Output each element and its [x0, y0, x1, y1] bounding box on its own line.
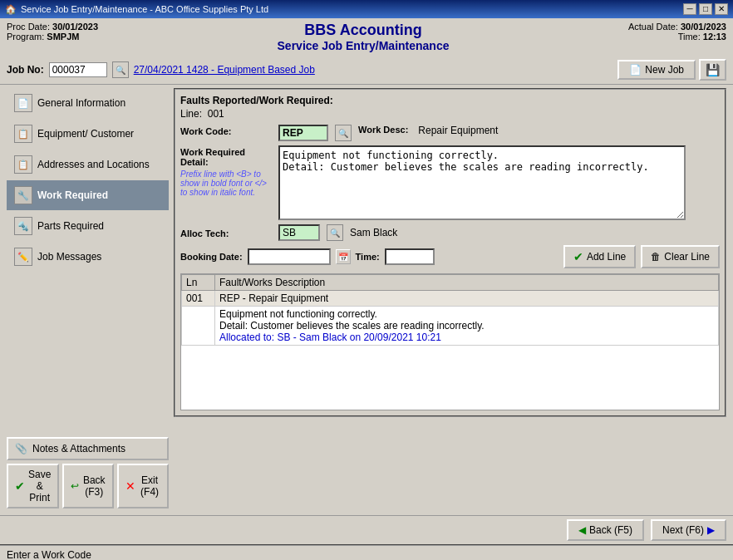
- table-row[interactable]: 001 REP - Repair Equipment: [182, 291, 719, 307]
- work-code-search-button[interactable]: 🔍: [335, 125, 352, 141]
- back-f5-label: Back (F5): [589, 524, 632, 536]
- calendar-button[interactable]: 📅: [336, 249, 351, 264]
- general-icon: 📄: [14, 94, 32, 112]
- work-required-hint: Prefix line with <B> to show in bold fon…: [180, 169, 272, 197]
- sidebar-label-equipment: Equipment/ Customer: [37, 128, 134, 140]
- company-name: BBS Accounting: [278, 22, 450, 39]
- header-center: BBS Accounting Service Job Entry/Mainten…: [278, 22, 450, 52]
- actual-date-value: 30/01/2023: [681, 22, 726, 32]
- back-icon: ↩: [71, 480, 79, 492]
- work-icon: 🔧: [14, 186, 32, 204]
- save-print-icon: ✔: [15, 479, 25, 493]
- clear-line-label: Clear Line: [664, 251, 710, 263]
- time-label: Time:: [678, 32, 701, 42]
- sidebar-item-general[interactable]: 📄 General Information: [7, 88, 169, 118]
- back-f5-icon: ◀: [578, 524, 586, 536]
- close-button[interactable]: ✕: [715, 3, 728, 15]
- save-print-label: Save &Print: [28, 469, 51, 504]
- work-desc-label: Work Desc:: [358, 125, 408, 135]
- status-message: Enter a Work Code: [7, 549, 91, 560]
- line-info: Line: 001: [180, 108, 720, 120]
- add-line-label: Add Line: [587, 251, 626, 263]
- sidebar-item-work[interactable]: 🔧 Work Required: [7, 180, 169, 210]
- col-desc: Fault/Works Description: [215, 275, 719, 291]
- faults-section: Faults Reported/Work Required: Line: 001…: [174, 88, 726, 417]
- save-button[interactable]: 💾: [699, 59, 726, 81]
- app-subtitle: Service Job Entry/Maintenance: [278, 39, 450, 52]
- row-desc: - Repair Equipment: [243, 292, 328, 304]
- time-input[interactable]: [385, 248, 435, 265]
- sidebar-item-messages[interactable]: ✏️ Job Messages: [7, 242, 169, 272]
- new-job-icon: 📄: [629, 64, 642, 76]
- notes-icon: 📎: [15, 443, 27, 454]
- sidebar-bottom: 📎 Notes & Attachments ✔ Save &Print ↩ Ba…: [7, 434, 169, 512]
- detail-line1: Equipment not functioning correctly.: [219, 308, 714, 320]
- sidebar: 📄 General Information 📋 Equipment/ Custo…: [7, 88, 169, 512]
- alloc-tech-input[interactable]: [278, 224, 320, 241]
- row-ln: 001: [182, 291, 215, 307]
- proc-date-value: 30/01/2023: [52, 22, 98, 32]
- minimize-button[interactable]: ─: [683, 3, 696, 15]
- proc-date-row: Proc Date: 30/01/2023: [7, 22, 98, 32]
- save-print-button[interactable]: ✔ Save &Print: [7, 464, 59, 508]
- addresses-icon: 📋: [14, 155, 32, 174]
- actual-date-row: Actual Date: 30/01/2023: [628, 22, 726, 32]
- exit-f4-button[interactable]: ✕ Exit (F4): [117, 464, 169, 508]
- jobno-bar: Job No: 🔍 27/04/2021 1428 - Equipment Ba…: [0, 56, 733, 85]
- maximize-button[interactable]: □: [699, 3, 712, 15]
- time-value: 12:13: [703, 32, 726, 42]
- header-right: Actual Date: 30/01/2023 Time: 12:13: [628, 22, 726, 42]
- back-f3-button[interactable]: ↩ Back (F3): [62, 464, 114, 508]
- table-detail-row: Equipment not functioning correctly. Det…: [182, 307, 719, 346]
- work-required-label: Work RequiredDetail:: [180, 145, 272, 167]
- new-job-button[interactable]: 📄 New Job: [617, 60, 696, 80]
- jobno-label: Job No:: [7, 64, 44, 76]
- program-label: Program:: [7, 32, 44, 42]
- line-number: 001: [208, 108, 224, 120]
- next-f6-icon: ▶: [707, 524, 715, 536]
- col-ln: Ln: [182, 275, 215, 291]
- next-f6-button[interactable]: Next (F6) ▶: [651, 519, 726, 541]
- work-required-row: Work RequiredDetail: Prefix line with <B…: [180, 145, 720, 220]
- work-code-row: Work Code: 🔍 Work Desc: Repair Equipment: [180, 125, 720, 141]
- sidebar-label-general: General Information: [37, 97, 125, 109]
- booking-date-input[interactable]: [248, 248, 331, 265]
- exit-icon: ✕: [125, 479, 135, 493]
- messages-icon: ✏️: [14, 248, 32, 266]
- sidebar-label-messages: Job Messages: [37, 251, 101, 263]
- alloc-search-button[interactable]: 🔍: [327, 224, 343, 241]
- program-row: Program: SMPJM: [7, 32, 98, 42]
- sidebar-item-parts[interactable]: 🔩 Parts Required: [7, 211, 169, 241]
- job-link[interactable]: 27/04/2021 1428 - Equipment Based Job: [134, 64, 315, 76]
- actual-date-label: Actual Date:: [628, 22, 678, 32]
- jobno-input[interactable]: [49, 62, 107, 77]
- sidebar-item-addresses[interactable]: 📋 Addresses and Locations: [7, 150, 169, 179]
- parts-icon: 🔩: [14, 217, 32, 235]
- lines-table-container: Ln Fault/Works Description 001 REP - Rep…: [180, 273, 720, 410]
- clear-line-button[interactable]: 🗑 Clear Line: [641, 245, 720, 268]
- sidebar-item-equipment[interactable]: 📋 Equipment/ Customer: [7, 119, 169, 149]
- title-bar-left: 🏠 Service Job Entry/Maintenance - ABC Of…: [5, 4, 268, 15]
- work-code-label: Work Code:: [180, 125, 272, 136]
- sidebar-label-parts: Parts Required: [37, 220, 104, 232]
- back-f5-button[interactable]: ◀ Back (F5): [567, 519, 644, 541]
- clear-line-icon: 🗑: [651, 251, 661, 263]
- work-required-textarea[interactable]: Equipment not functioning correctly. Det…: [278, 145, 686, 220]
- jobno-search-button[interactable]: 🔍: [112, 61, 129, 78]
- time-field-label: Time:: [356, 252, 380, 262]
- proc-date-label: Proc Date:: [7, 22, 50, 32]
- exit-f4-label: Exit (F4): [139, 474, 160, 498]
- lines-table: Ln Fault/Works Description 001 REP - Rep…: [181, 274, 719, 346]
- line-label: Line:: [180, 108, 202, 120]
- main-panel: Faults Reported/Work Required: Line: 001…: [174, 88, 726, 512]
- alloc-tech-label: Alloc Tech:: [180, 227, 272, 238]
- add-line-icon: ✔: [573, 250, 583, 263]
- time-row: Time: 12:13: [628, 32, 726, 42]
- bottom-buttons: ✔ Save &Print ↩ Back (F3) ✕ Exit (F4): [7, 464, 169, 508]
- save-icon: 💾: [706, 63, 720, 76]
- bottom-nav: ◀ Back (F5) Next (F6) ▶: [0, 515, 733, 544]
- work-code-input[interactable]: [278, 125, 328, 141]
- next-f6-label: Next (F6): [662, 524, 704, 536]
- add-line-button[interactable]: ✔ Add Line: [563, 245, 636, 268]
- notes-attachments-button[interactable]: 📎 Notes & Attachments: [7, 437, 169, 460]
